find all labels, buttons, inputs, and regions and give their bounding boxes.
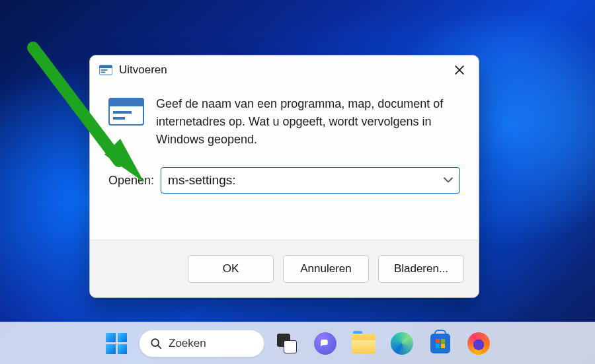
edge-icon — [391, 332, 413, 355]
svg-rect-6 — [113, 111, 132, 114]
close-icon — [455, 65, 464, 75]
dialog-titlebar: Uitvoeren — [90, 55, 479, 85]
svg-rect-2 — [101, 69, 108, 71]
dialog-description: Geef de naam van een programma, map, doc… — [156, 95, 460, 149]
dialog-button-row: OK Annuleren Bladeren... — [90, 240, 479, 297]
search-label: Zoeken — [169, 337, 206, 350]
desktop-wallpaper: Uitvoeren Geef de naam van een p — [0, 0, 595, 364]
dialog-body: Geef de naam van een programma, map, doc… — [90, 85, 479, 240]
cancel-button[interactable]: Annuleren — [283, 255, 369, 283]
open-label: Openen: — [108, 174, 154, 188]
open-input-row: Openen: — [108, 167, 460, 194]
svg-rect-5 — [109, 98, 143, 106]
taskbar-search[interactable]: Zoeken — [139, 328, 264, 359]
edge-button[interactable] — [386, 328, 418, 359]
svg-line-11 — [158, 345, 161, 347]
dialog-title: Uitvoeren — [119, 63, 167, 77]
file-explorer-button[interactable] — [348, 328, 379, 359]
task-view-button[interactable] — [271, 328, 303, 359]
svg-rect-7 — [113, 117, 125, 120]
open-input[interactable] — [168, 173, 437, 188]
windows-logo-icon — [106, 333, 127, 354]
run-dialog: Uitvoeren Geef de naam van een p — [89, 55, 479, 298]
ok-button[interactable]: OK — [188, 255, 274, 283]
run-large-icon — [108, 98, 144, 126]
task-view-icon — [277, 334, 297, 353]
microsoft-store-button[interactable] — [424, 328, 456, 359]
firefox-icon — [467, 332, 490, 355]
svg-rect-3 — [101, 72, 106, 73]
run-icon — [99, 65, 112, 75]
chevron-down-icon[interactable] — [444, 174, 453, 186]
chat-button[interactable] — [309, 328, 341, 359]
folder-icon — [352, 334, 376, 353]
chat-icon — [314, 332, 337, 355]
store-icon — [430, 334, 450, 353]
firefox-button[interactable] — [463, 328, 495, 359]
browse-button[interactable]: Bladeren... — [378, 255, 464, 283]
open-combobox[interactable] — [161, 167, 460, 194]
svg-rect-1 — [99, 65, 112, 68]
start-button[interactable] — [100, 328, 132, 359]
search-icon — [150, 338, 162, 349]
close-button[interactable] — [444, 58, 475, 82]
taskbar: Zoeken — [0, 322, 595, 364]
